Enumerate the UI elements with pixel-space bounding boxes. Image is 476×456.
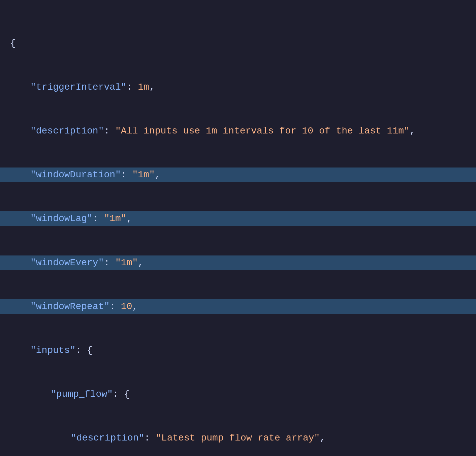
line-window-repeat: "windowRepeat": 10,	[0, 299, 476, 314]
line-inputs-open: "inputs": {	[10, 343, 466, 358]
line-window-every: "windowEvery": "1m",	[0, 255, 476, 270]
line-description: "description": "All inputs use 1m interv…	[10, 124, 466, 138]
line-open-brace: {	[10, 36, 466, 51]
line-trigger-interval: "triggerInterval": 1m,	[10, 80, 466, 94]
line-pump-flow-description: "description": "Latest pump flow rate ar…	[10, 431, 466, 445]
line-window-lag: "windowLag": "1m",	[0, 211, 476, 226]
line-window-duration: "windowDuration": "1m",	[0, 168, 476, 182]
line-pump-flow-open: "pump_flow": {	[10, 387, 466, 401]
code-viewer: { "triggerInterval": 1m, "description": …	[10, 7, 466, 456]
